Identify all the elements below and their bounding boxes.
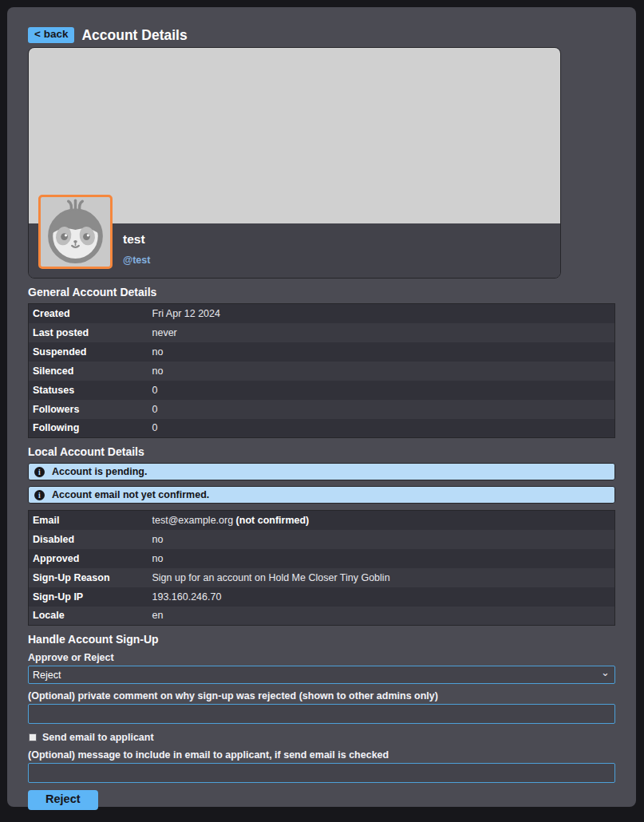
notice-text: Account is pending. xyxy=(52,466,147,477)
table-row: Silenced no xyxy=(29,362,615,381)
reject-submit-button[interactable]: Reject xyxy=(28,790,98,810)
back-button[interactable]: < back xyxy=(28,27,74,43)
notice-text: Account email not yet confirmed. xyxy=(52,489,209,500)
private-comment-label: (Optional) private comment on why sign-u… xyxy=(28,690,615,701)
row-value: Fri Apr 12 2024 xyxy=(148,304,615,323)
row-label: Created xyxy=(29,304,148,323)
table-row: Sign-Up Reason Sign up for an account on… xyxy=(29,568,615,587)
row-label: Suspended xyxy=(29,342,148,362)
row-label: Disabled xyxy=(29,530,148,549)
row-value: en xyxy=(148,607,615,626)
avatar[interactable] xyxy=(38,195,113,269)
page-title: Account Details xyxy=(81,27,187,44)
display-name: test xyxy=(123,232,560,247)
table-row: Sign-Up IP 193.160.246.70 xyxy=(29,587,615,607)
row-value: no xyxy=(148,530,615,549)
email-unconfirmed-flag: (not confirmed) xyxy=(236,515,310,526)
row-label: Last posted xyxy=(29,323,148,342)
row-value: no xyxy=(148,342,615,362)
approve-reject-select[interactable]: Reject xyxy=(28,666,615,684)
row-label: Locale xyxy=(29,607,148,626)
row-label: Email xyxy=(29,511,148,530)
pending-notice: i Account is pending. xyxy=(28,463,615,480)
send-email-checkbox[interactable] xyxy=(29,733,37,741)
row-label: Approved xyxy=(29,549,148,568)
general-details-table: Created Fri Apr 12 2024 Last posted neve… xyxy=(28,303,615,438)
send-email-row: Send email to applicant xyxy=(28,732,615,743)
row-label: Sign-Up IP xyxy=(29,587,148,607)
page-header: < back Account Details xyxy=(28,26,615,44)
approve-reject-label: Approve or Reject xyxy=(28,652,615,663)
profile-card: test @test xyxy=(28,47,561,279)
username-link[interactable]: @test xyxy=(123,255,560,266)
table-row: Approved no xyxy=(29,549,615,568)
row-value: 193.160.246.70 xyxy=(148,587,615,607)
general-details-heading: General Account Details xyxy=(28,286,615,298)
email-message-input[interactable] xyxy=(28,763,615,783)
email-unconfirmed-notice: i Account email not yet confirmed. xyxy=(28,486,615,504)
table-row: Email test@example.org (not confirmed) xyxy=(29,511,615,530)
account-details-panel: < back Account Details test @test xyxy=(7,7,636,807)
approve-reject-select-wrap: Reject ⌄ xyxy=(28,666,615,684)
row-label: Sign-Up Reason xyxy=(29,568,148,587)
send-email-label[interactable]: Send email to applicant xyxy=(42,732,154,743)
table-row: Locale en xyxy=(29,607,615,626)
table-row: Statuses 0 xyxy=(29,381,615,400)
sloth-avatar-icon xyxy=(41,197,110,267)
private-comment-input[interactable] xyxy=(28,704,615,724)
row-value: 0 xyxy=(148,400,615,419)
table-row: Last posted never xyxy=(29,323,615,342)
table-row: Disabled no xyxy=(29,530,615,549)
local-details-heading: Local Account Details xyxy=(28,445,615,458)
row-value: Sign up for an account on Hold Me Closer… xyxy=(148,568,615,587)
row-value: no xyxy=(148,549,615,568)
row-value: test@example.org (not confirmed) xyxy=(148,511,615,530)
info-icon: i xyxy=(34,490,45,500)
table-row: Created Fri Apr 12 2024 xyxy=(29,304,615,323)
row-label: Statuses xyxy=(29,381,148,400)
row-label: Silenced xyxy=(29,362,148,381)
email-message-label: (Optional) message to include in email t… xyxy=(28,749,615,761)
table-row: Following 0 xyxy=(29,419,615,438)
info-icon: i xyxy=(34,467,45,477)
row-value: no xyxy=(148,362,615,381)
row-value: never xyxy=(148,323,615,342)
table-row: Followers 0 xyxy=(29,400,615,419)
table-row: Suspended no xyxy=(29,342,615,362)
row-label: Followers xyxy=(29,400,148,419)
signup-heading: Handle Account Sign-Up xyxy=(28,633,615,646)
row-value: 0 xyxy=(148,419,615,438)
local-details-table: Email test@example.org (not confirmed) D… xyxy=(28,510,615,626)
row-value: 0 xyxy=(148,381,615,400)
row-label: Following xyxy=(29,419,148,438)
